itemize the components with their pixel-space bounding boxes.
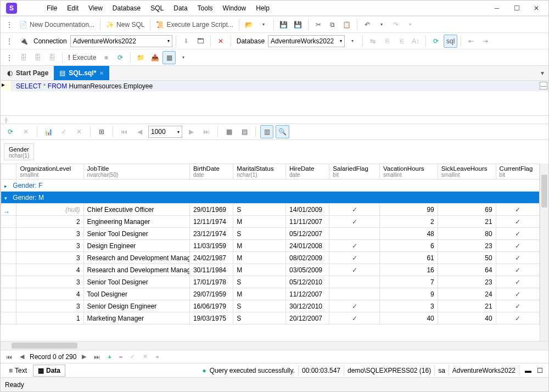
first-page-icon[interactable]: ⏮ [117, 125, 131, 138]
db-icon-3[interactable]: 🗄 [46, 51, 59, 64]
indent-more-icon[interactable]: ⇥ [479, 35, 492, 48]
close-button[interactable]: ✕ [526, 1, 546, 15]
group-by-chip[interactable]: Gender nchar(1) [4, 143, 34, 160]
disconnect-all-icon[interactable]: ✕ [214, 35, 227, 48]
table-row[interactable]: 3Senior Tool Designer23/12/1974S05/12/20… [1, 228, 540, 240]
col-JobTitle[interactable]: JobTitlenvarchar(50) [83, 164, 189, 180]
collapse-icon[interactable]: — [540, 82, 547, 89]
table-row[interactable]: 4Research and Development Manager30/11/1… [1, 264, 540, 276]
connection-combo[interactable]: AdventureWorks2022▾ [70, 35, 172, 47]
folder-open-icon[interactable]: 📂 [243, 18, 256, 31]
indent-less-icon[interactable]: ⇤ [464, 35, 478, 48]
tb-icon-2[interactable]: ⎘ [380, 35, 394, 48]
stop-icon[interactable]: ■ [99, 51, 113, 64]
card-view-icon[interactable]: ▤ [238, 125, 251, 138]
connect-icon[interactable]: ⬇ [180, 35, 193, 48]
next-record-icon[interactable]: ▶ [80, 353, 88, 360]
export-icon[interactable]: 📤 [148, 51, 161, 64]
col-OrganizationLevel[interactable]: OrganizationLevelsmallint [16, 164, 83, 180]
first-record-icon[interactable]: ⏮ [4, 354, 14, 360]
paste-icon[interactable]: 📋 [340, 18, 354, 31]
refresh-icon[interactable]: ⟳ [429, 35, 442, 48]
dropdown-icon[interactable]: ▾ [257, 18, 270, 31]
cut-icon[interactable]: ✂ [312, 18, 325, 31]
menu-file[interactable]: File [42, 3, 61, 13]
new-doc-button[interactable]: 📄 New Documentation... [17, 18, 97, 31]
table-row[interactable]: 3Senior Tool Designer17/01/1978S05/12/20… [1, 276, 540, 288]
tb-icon-1[interactable]: ↹ [366, 35, 379, 48]
table-row[interactable]: 3Senior Design Engineer16/06/1979S30/12/… [1, 300, 540, 312]
pivot-icon[interactable]: 📊 [42, 125, 55, 138]
dd-icon[interactable]: ▾ [346, 35, 359, 48]
col-SickLeaveHours[interactable]: SickLeaveHourssmallint [438, 164, 496, 180]
table-row[interactable]: 3Design Engineer11/03/1959M24/01/2008✓62… [1, 240, 540, 252]
horizontal-scrollbar[interactable] [1, 341, 548, 350]
add-record-icon[interactable]: + [105, 354, 113, 360]
commit-record-icon[interactable]: ✓ [128, 353, 137, 360]
plug-icon[interactable]: 🔌 [17, 35, 30, 48]
footer-tab-data[interactable]: ▦ Data [33, 365, 65, 377]
search-icon[interactable]: 🔍 [276, 125, 289, 138]
col-VacationHours[interactable]: VacationHourssmallint [379, 164, 438, 180]
prev-record-icon[interactable]: ◀ [18, 353, 26, 360]
save-all-icon[interactable]: 💾 [292, 18, 305, 31]
vertical-scrollbar[interactable] [540, 164, 548, 341]
tab-start-page[interactable]: ◐ Start Page [2, 66, 54, 80]
remove-record-icon[interactable]: − [117, 354, 125, 360]
grouped-view-icon[interactable]: ▥ [260, 125, 273, 138]
menu-view[interactable]: View [84, 3, 107, 13]
group-row[interactable]: ▸ Gender: F [1, 180, 540, 192]
execute-button[interactable]: ! Execute [66, 51, 98, 64]
table-row[interactable]: 2Engineering Manager12/11/1974M11/11/200… [1, 216, 540, 228]
undo-icon[interactable]: ↶ [361, 18, 374, 31]
sql-mode-icon[interactable]: sql [444, 35, 457, 48]
db-icon-2[interactable]: 🗄 [31, 51, 44, 64]
col-HireDate[interactable]: HireDatedate [285, 164, 329, 180]
table-row[interactable]: 4Tool Designer29/07/1959M11/12/2007924✓ [1, 288, 540, 300]
menu-window[interactable]: Window [219, 3, 251, 13]
database-combo[interactable]: AdventureWorks2022▾ [268, 35, 345, 47]
grid-result-icon[interactable]: ▦ [163, 51, 176, 64]
menu-tools[interactable]: Tools [193, 3, 217, 13]
dd-icon[interactable]: ▾ [177, 51, 190, 64]
maximize-button[interactable]: ☐ [507, 1, 526, 15]
layout-icon-2[interactable]: ☐ [535, 367, 545, 374]
table-row[interactable]: 3Research and Development Manager24/02/1… [1, 252, 540, 264]
tabs-dropdown-icon[interactable]: ▾ [536, 67, 548, 79]
minimize-button[interactable]: ─ [487, 1, 507, 15]
table-row[interactable]: 1Marketing Manager19/03/1975S20/12/2007✓… [1, 312, 540, 324]
refresh-record-icon[interactable]: ◂ [153, 353, 161, 360]
tb-icon-4[interactable]: A↕ [409, 35, 422, 48]
table-row[interactable]: (null)Chief Executive Officer29/01/1969S… [1, 204, 540, 216]
col-MaritalStatus[interactable]: MaritalStatusnchar(1) [233, 164, 286, 180]
col-CurrentFlag[interactable]: CurrentFlagbit [496, 164, 539, 180]
rollback-icon[interactable]: ✕ [72, 125, 86, 138]
next-page-icon[interactable]: ▶ [184, 125, 198, 138]
undo-dd-icon[interactable]: ▾ [375, 18, 388, 31]
sql-editor[interactable]: ▸ — SELECT * FROM HumanResources.Employe… [1, 81, 548, 116]
redo-dd-icon[interactable]: ▾ [404, 18, 417, 31]
cancel-record-icon[interactable]: ✕ [141, 353, 150, 360]
row-selector-header[interactable] [1, 164, 16, 180]
menu-sql[interactable]: SQL [146, 3, 168, 13]
menu-data[interactable]: Data [169, 3, 192, 13]
disconnect-icon[interactable]: 🗔 [194, 35, 207, 48]
commit-icon[interactable]: ✓ [57, 125, 70, 138]
grid-view-icon[interactable]: ▦ [222, 125, 236, 138]
new-sql-button[interactable]: ✨ New SQL [104, 18, 147, 31]
footer-tab-text[interactable]: ≡ Text [4, 365, 32, 377]
col-BirthDate[interactable]: BirthDatedate [189, 164, 233, 180]
save-icon[interactable]: 💾 [277, 18, 290, 31]
folder-icon[interactable]: 📁 [134, 51, 147, 64]
redo-icon[interactable]: ↷ [389, 18, 402, 31]
rerun-icon[interactable]: ⟳ [4, 125, 17, 138]
group-row[interactable]: ▾ Gender: M [1, 192, 540, 204]
results-grid[interactable]: OrganizationLevelsmallintJobTitlenvarcha… [1, 164, 540, 324]
tb-icon-3[interactable]: ⎗ [395, 35, 408, 48]
view-toggle-icon[interactable]: ⊞ [95, 125, 108, 138]
menu-database[interactable]: Database [108, 3, 145, 13]
exec-large-button[interactable]: 📜 Execute Large Script... [154, 18, 235, 31]
last-record-icon[interactable]: ⏭ [92, 354, 102, 360]
layout-icon-1[interactable]: ▬ [523, 367, 534, 374]
col-SalariedFlag[interactable]: SalariedFlagbit [329, 164, 380, 180]
